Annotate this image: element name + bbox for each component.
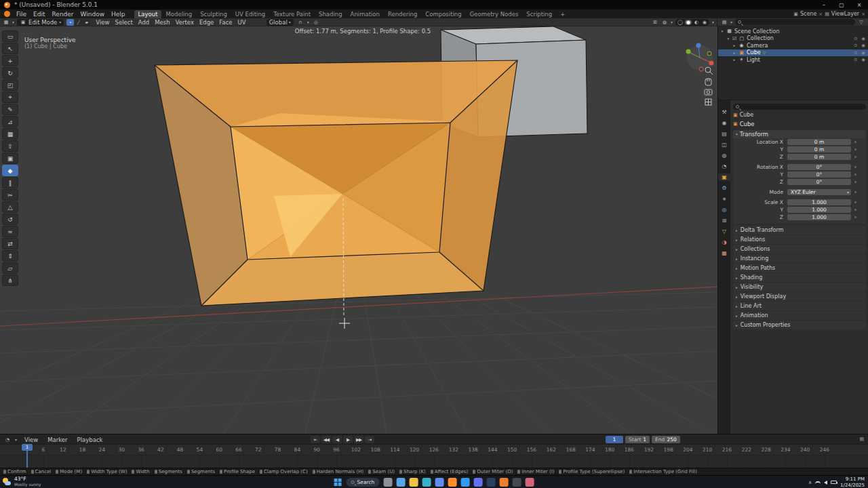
vertex-select-button[interactable]: ∙ xyxy=(66,19,74,26)
workspace-tab-compositing[interactable]: Compositing xyxy=(421,10,465,18)
animate-decorator-icon[interactable] xyxy=(854,166,856,168)
frame-end-field[interactable]: End 250 xyxy=(652,436,680,443)
expander-caret-icon[interactable]: ▾ xyxy=(720,29,724,33)
transform-field-rotation-x[interactable]: 0° xyxy=(787,164,851,170)
viewlayer-selector[interactable]: ViewLayer xyxy=(831,11,859,17)
properties-tab-scene[interactable]: ◍ xyxy=(718,152,730,159)
expander-caret-icon[interactable]: ▸ xyxy=(732,51,736,55)
weather-widget[interactable]: 43°F Mostly sunny xyxy=(3,476,41,487)
tool-poly-build[interactable]: △ xyxy=(2,201,18,213)
timeline-menu-marker[interactable]: Marker xyxy=(44,436,71,443)
section-motion-paths[interactable]: ▸Motion Paths xyxy=(733,264,866,272)
animate-decorator-icon[interactable] xyxy=(854,174,856,176)
transform-field-mode[interactable]: XYZ Euler xyxy=(787,189,851,195)
disable-in-render-icon[interactable]: ◉ xyxy=(861,50,865,56)
workspace-tab-scripting[interactable]: Scripting xyxy=(522,10,556,18)
transform-panel-header[interactable]: ▾ Transform xyxy=(733,130,866,138)
transform-field-z[interactable]: 0° xyxy=(787,179,851,185)
tool-select-box[interactable]: ▭ xyxy=(2,30,18,42)
hide-in-viewport-icon[interactable]: ⊙ xyxy=(854,50,857,56)
outliner-editor-icon[interactable]: ▤ xyxy=(721,20,728,25)
tool-measure[interactable]: ⊿ xyxy=(2,116,18,127)
tool-move[interactable]: + xyxy=(2,55,18,66)
tool-inset-faces[interactable]: ▣ xyxy=(2,152,18,164)
viewport-menu-edge[interactable]: Edge xyxy=(197,19,216,26)
xray-toggle-icon[interactable]: ⊞ xyxy=(652,20,658,25)
tool-spin[interactable]: ↺ xyxy=(2,214,18,225)
outliner-row-cube[interactable]: ▸▣Cube▽⊙◉ xyxy=(718,49,868,57)
volume-icon[interactable] xyxy=(824,481,827,485)
ortho-toggle-icon[interactable] xyxy=(705,99,711,105)
animate-decorator-icon[interactable] xyxy=(854,156,856,158)
beveled-cube-object[interactable] xyxy=(155,60,517,306)
material-shading-icon[interactable]: ◐ xyxy=(693,20,700,25)
overlays-caret-icon[interactable]: ▾ xyxy=(671,20,673,24)
menu-file[interactable]: File xyxy=(13,11,30,18)
viewport-menu-face[interactable]: Face xyxy=(216,19,235,26)
edge-select-button[interactable]: ╱ xyxy=(75,19,82,26)
disable-in-render-icon[interactable]: ◉ xyxy=(861,43,865,48)
taskbar-app-terminal[interactable] xyxy=(512,478,521,487)
properties-tab-constraints[interactable]: ⊞ xyxy=(718,217,730,224)
properties-tab-tool[interactable]: ⚒ xyxy=(718,108,730,116)
properties-tab-world[interactable]: ◔ xyxy=(718,163,730,170)
tool-extrude-region[interactable]: ⇧ xyxy=(2,140,18,152)
taskbar-search[interactable]: Search xyxy=(347,478,380,487)
transform-orientation-dropdown[interactable]: Global ▾ xyxy=(267,19,294,26)
snap-caret-icon[interactable]: ▾ xyxy=(307,20,309,24)
properties-tab-view-layer[interactable]: ◫ xyxy=(718,141,730,148)
workspace-tab-uv-editing[interactable]: UV Editing xyxy=(231,10,269,18)
taskbar-clock[interactable]: 9:11 PM 1/24/2025 xyxy=(840,476,865,487)
rendered-shading-icon[interactable]: ◉ xyxy=(701,20,708,25)
expander-caret-icon[interactable]: ▾ xyxy=(726,37,730,41)
workspace-tab-layout[interactable]: Layout xyxy=(134,10,162,18)
timeline-body[interactable] xyxy=(0,455,868,468)
viewport-menu-select[interactable]: Select xyxy=(113,19,136,26)
menu-render[interactable]: Render xyxy=(49,11,77,18)
jump-to-start-button[interactable]: ⇤ xyxy=(311,436,320,443)
pan-hand-icon[interactable] xyxy=(705,79,711,85)
add-workspace-button[interactable]: + xyxy=(556,10,569,18)
object-name-field[interactable]: Cube xyxy=(740,121,755,127)
properties-tab-render[interactable]: ◉ xyxy=(718,119,730,127)
workspace-tab-animation[interactable]: Animation xyxy=(347,10,384,18)
tool-rotate[interactable]: ↻ xyxy=(2,67,18,79)
solid-shading-icon[interactable]: ● xyxy=(685,20,692,25)
tool-knife[interactable]: ✂ xyxy=(2,189,18,201)
outliner-search-input[interactable] xyxy=(735,19,855,25)
collection-checkbox[interactable]: ☑ xyxy=(732,36,736,41)
properties-tab-modifiers[interactable]: ⚙ xyxy=(718,184,730,192)
current-frame-field[interactable]: 1 xyxy=(606,436,623,443)
maximize-button[interactable]: ▢ xyxy=(833,0,850,9)
play-reverse-button[interactable]: ◀ xyxy=(332,436,342,443)
animate-decorator-icon[interactable] xyxy=(854,201,856,203)
taskbar-app-paint[interactable] xyxy=(525,478,534,487)
section-collections[interactable]: ▸Collections xyxy=(733,245,866,253)
editor-type-icon[interactable]: ▦ xyxy=(3,20,9,25)
tool-add-cube[interactable]: ▦ xyxy=(2,128,18,140)
play-button[interactable]: ▶ xyxy=(343,436,353,443)
outliner-row-light[interactable]: ▸☀Light⊙◉ xyxy=(718,56,868,64)
timeline-editor-icon[interactable]: ◔ xyxy=(4,437,11,443)
timeline-ruler[interactable]: 6121824303642485460667278849096102108114… xyxy=(0,444,868,455)
animate-decorator-icon[interactable] xyxy=(854,191,856,193)
playhead-frame-badge[interactable]: 1 xyxy=(22,444,33,451)
section-viewport-display[interactable]: ▸Viewport Display xyxy=(733,292,866,301)
transform-field-z[interactable]: 1.000 xyxy=(787,214,851,220)
snap-magnet-icon[interactable]: ∩ xyxy=(297,20,304,25)
section-visibility[interactable]: ▸Visibility xyxy=(733,283,866,291)
animate-decorator-icon[interactable] xyxy=(854,181,856,183)
face-select-button[interactable]: ▰ xyxy=(83,19,90,26)
taskbar-app-blender[interactable] xyxy=(499,478,508,487)
proportional-editing-icon[interactable]: ◎ xyxy=(313,20,319,25)
hide-in-viewport-icon[interactable]: ⊙ xyxy=(854,36,857,41)
timeline-options-icon[interactable]: ▤ xyxy=(859,436,864,442)
start-button[interactable] xyxy=(334,479,342,487)
properties-tab-data[interactable]: ▽ xyxy=(718,228,730,235)
tool-scale[interactable]: ◰ xyxy=(2,79,18,91)
workspace-tab-geometry-nodes[interactable]: Geometry Nodes xyxy=(466,10,523,18)
hide-in-viewport-icon[interactable]: ⊙ xyxy=(854,57,857,62)
section-relations[interactable]: ▸Relations xyxy=(733,235,866,244)
jump-to-end-button[interactable]: ⇥ xyxy=(365,436,374,443)
wireframe-shading-icon[interactable]: ◯ xyxy=(677,20,684,25)
